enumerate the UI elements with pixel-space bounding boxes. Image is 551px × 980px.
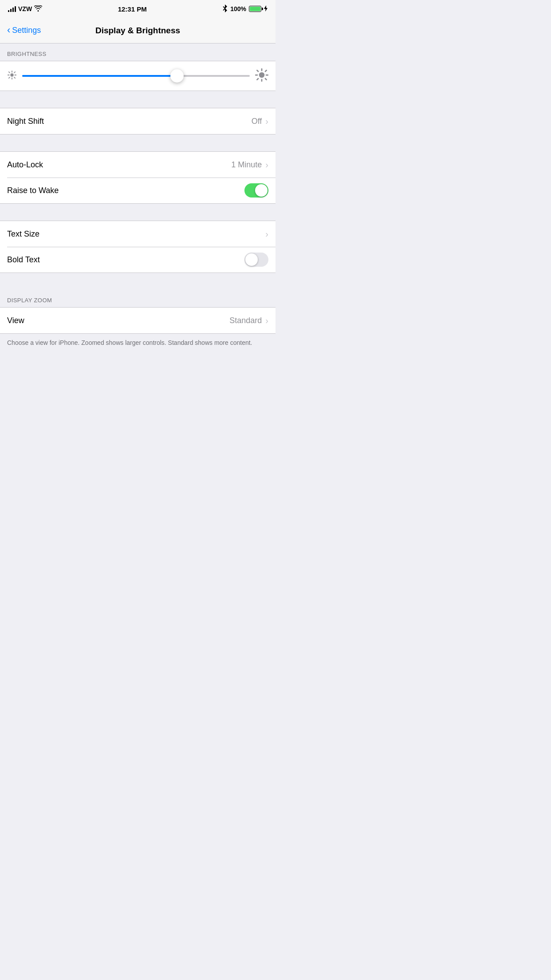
night-shift-chevron-icon: › — [265, 116, 268, 126]
battery-fill — [250, 7, 260, 11]
auto-lock-value: 1 Minute — [231, 160, 262, 170]
wifi-icon — [34, 5, 42, 13]
view-chevron-icon: › — [265, 316, 268, 326]
svg-line-17 — [257, 79, 258, 80]
raise-to-wake-toggle[interactable] — [244, 183, 268, 198]
charging-icon — [264, 5, 268, 13]
back-button[interactable]: ‹ Settings — [7, 26, 41, 35]
night-shift-row[interactable]: Night Shift Off › — [0, 108, 276, 134]
night-shift-label: Night Shift — [7, 117, 252, 126]
brightness-section-header: BRIGHTNESS — [0, 43, 276, 61]
brightness-row[interactable] — [7, 68, 268, 83]
raise-to-wake-label: Raise to Wake — [7, 186, 244, 195]
text-size-row[interactable]: Text Size › — [0, 221, 276, 247]
svg-line-6 — [14, 77, 15, 78]
svg-line-8 — [9, 77, 10, 78]
brightness-track — [22, 75, 250, 77]
view-label: View — [7, 316, 229, 325]
text-section-group: Text Size › Bold Text — [0, 221, 276, 273]
brightness-fill — [22, 75, 177, 77]
display-zoom-group: View Standard › — [0, 307, 276, 334]
brightness-thumb[interactable] — [170, 69, 184, 83]
bold-text-toggle-knob — [245, 253, 258, 266]
view-row[interactable]: View Standard › — [0, 308, 276, 333]
svg-line-15 — [265, 79, 267, 80]
back-chevron-icon: ‹ — [7, 25, 10, 35]
bold-text-label: Bold Text — [7, 255, 244, 265]
svg-point-9 — [259, 72, 265, 78]
nav-bar: ‹ Settings Display & Brightness — [0, 18, 276, 43]
svg-line-14 — [257, 70, 258, 71]
lock-section-group: Auto-Lock 1 Minute › Raise to Wake — [0, 151, 276, 204]
svg-point-0 — [10, 73, 13, 76]
raise-to-wake-toggle-knob — [255, 184, 268, 197]
carrier-label: VZW — [18, 5, 32, 12]
signal-bar-1 — [8, 10, 9, 12]
raise-to-wake-row: Raise to Wake — [0, 178, 276, 203]
svg-line-5 — [9, 72, 10, 73]
page-title: Display & Brightness — [95, 26, 180, 36]
bluetooth-icon — [222, 4, 228, 14]
bold-text-row: Bold Text — [0, 247, 276, 273]
battery-percent: 100% — [230, 5, 246, 12]
text-size-label: Text Size — [7, 229, 265, 239]
svg-line-7 — [14, 72, 15, 73]
gap-3 — [0, 204, 276, 221]
signal-bar-3 — [12, 8, 14, 12]
gap-1 — [0, 91, 276, 108]
battery-shell — [249, 6, 261, 12]
auto-lock-label: Auto-Lock — [7, 160, 231, 170]
status-right: 100% — [222, 4, 268, 14]
status-time: 12:31 PM — [118, 5, 147, 13]
back-label: Settings — [12, 26, 41, 35]
gap-4 — [0, 273, 276, 290]
status-bar: VZW 12:31 PM 100% — [0, 0, 276, 18]
display-zoom-footer: Choose a view for iPhone. Zoomed shows l… — [0, 334, 276, 356]
battery-indicator — [249, 6, 261, 12]
brightness-slider[interactable] — [22, 69, 250, 83]
svg-line-16 — [265, 70, 267, 71]
text-size-chevron-icon: › — [265, 229, 268, 239]
signal-bar-4 — [15, 6, 16, 12]
display-zoom-section-header: DISPLAY ZOOM — [0, 290, 276, 307]
auto-lock-chevron-icon: › — [265, 160, 268, 170]
night-shift-value: Off — [252, 117, 262, 126]
sun-small-icon — [7, 70, 17, 82]
night-shift-group: Night Shift Off › — [0, 108, 276, 134]
auto-lock-row[interactable]: Auto-Lock 1 Minute › — [0, 152, 276, 178]
view-value: Standard — [229, 316, 262, 325]
sun-large-icon — [255, 68, 268, 83]
signal-bars — [8, 6, 16, 12]
brightness-section — [0, 61, 276, 91]
status-left: VZW — [8, 5, 42, 13]
bold-text-toggle[interactable] — [244, 253, 268, 267]
signal-bar-2 — [10, 9, 12, 12]
gap-2 — [0, 134, 276, 151]
